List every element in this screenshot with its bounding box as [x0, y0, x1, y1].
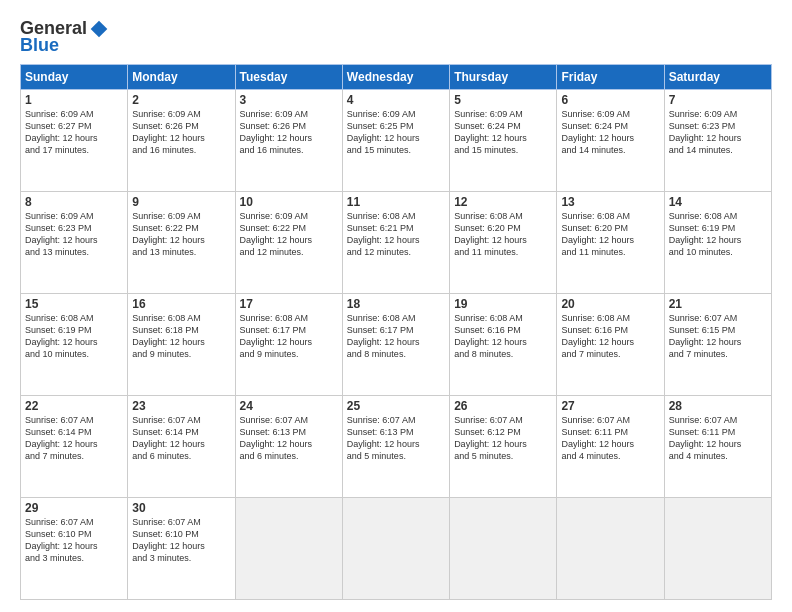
calendar-cell: 5Sunrise: 6:09 AM Sunset: 6:24 PM Daylig… — [450, 90, 557, 192]
day-number: 26 — [454, 399, 552, 413]
day-info: Sunrise: 6:08 AM Sunset: 6:18 PM Dayligh… — [132, 312, 230, 361]
calendar-table: Sunday Monday Tuesday Wednesday Thursday… — [20, 64, 772, 600]
day-info: Sunrise: 6:08 AM Sunset: 6:16 PM Dayligh… — [561, 312, 659, 361]
day-number: 19 — [454, 297, 552, 311]
calendar-week-1: 1Sunrise: 6:09 AM Sunset: 6:27 PM Daylig… — [21, 90, 772, 192]
day-number: 18 — [347, 297, 445, 311]
day-info: Sunrise: 6:07 AM Sunset: 6:10 PM Dayligh… — [25, 516, 123, 565]
day-number: 8 — [25, 195, 123, 209]
header-friday: Friday — [557, 65, 664, 90]
day-number: 4 — [347, 93, 445, 107]
calendar-cell: 3Sunrise: 6:09 AM Sunset: 6:26 PM Daylig… — [235, 90, 342, 192]
header-saturday: Saturday — [664, 65, 771, 90]
calendar-cell: 19Sunrise: 6:08 AM Sunset: 6:16 PM Dayli… — [450, 294, 557, 396]
calendar-cell — [450, 498, 557, 600]
header: General Blue — [20, 18, 772, 56]
day-number: 21 — [669, 297, 767, 311]
day-number: 13 — [561, 195, 659, 209]
calendar-cell: 27Sunrise: 6:07 AM Sunset: 6:11 PM Dayli… — [557, 396, 664, 498]
day-info: Sunrise: 6:09 AM Sunset: 6:22 PM Dayligh… — [132, 210, 230, 259]
day-number: 29 — [25, 501, 123, 515]
day-number: 3 — [240, 93, 338, 107]
svg-marker-0 — [91, 20, 108, 37]
day-info: Sunrise: 6:07 AM Sunset: 6:14 PM Dayligh… — [132, 414, 230, 463]
header-sunday: Sunday — [21, 65, 128, 90]
day-info: Sunrise: 6:08 AM Sunset: 6:20 PM Dayligh… — [561, 210, 659, 259]
logo: General Blue — [20, 18, 109, 56]
calendar-cell — [235, 498, 342, 600]
day-info: Sunrise: 6:09 AM Sunset: 6:23 PM Dayligh… — [25, 210, 123, 259]
calendar-week-5: 29Sunrise: 6:07 AM Sunset: 6:10 PM Dayli… — [21, 498, 772, 600]
calendar-cell: 14Sunrise: 6:08 AM Sunset: 6:19 PM Dayli… — [664, 192, 771, 294]
day-number: 30 — [132, 501, 230, 515]
calendar-cell: 23Sunrise: 6:07 AM Sunset: 6:14 PM Dayli… — [128, 396, 235, 498]
day-number: 14 — [669, 195, 767, 209]
day-info: Sunrise: 6:08 AM Sunset: 6:17 PM Dayligh… — [347, 312, 445, 361]
day-info: Sunrise: 6:07 AM Sunset: 6:13 PM Dayligh… — [240, 414, 338, 463]
day-number: 5 — [454, 93, 552, 107]
day-info: Sunrise: 6:07 AM Sunset: 6:11 PM Dayligh… — [669, 414, 767, 463]
calendar-cell: 6Sunrise: 6:09 AM Sunset: 6:24 PM Daylig… — [557, 90, 664, 192]
day-number: 7 — [669, 93, 767, 107]
calendar-cell: 22Sunrise: 6:07 AM Sunset: 6:14 PM Dayli… — [21, 396, 128, 498]
calendar-cell: 13Sunrise: 6:08 AM Sunset: 6:20 PM Dayli… — [557, 192, 664, 294]
calendar-cell: 4Sunrise: 6:09 AM Sunset: 6:25 PM Daylig… — [342, 90, 449, 192]
day-info: Sunrise: 6:07 AM Sunset: 6:12 PM Dayligh… — [454, 414, 552, 463]
calendar-cell: 12Sunrise: 6:08 AM Sunset: 6:20 PM Dayli… — [450, 192, 557, 294]
calendar-cell: 16Sunrise: 6:08 AM Sunset: 6:18 PM Dayli… — [128, 294, 235, 396]
calendar-cell: 28Sunrise: 6:07 AM Sunset: 6:11 PM Dayli… — [664, 396, 771, 498]
day-info: Sunrise: 6:08 AM Sunset: 6:19 PM Dayligh… — [25, 312, 123, 361]
day-info: Sunrise: 6:09 AM Sunset: 6:27 PM Dayligh… — [25, 108, 123, 157]
day-number: 22 — [25, 399, 123, 413]
calendar-cell: 29Sunrise: 6:07 AM Sunset: 6:10 PM Dayli… — [21, 498, 128, 600]
logo-icon — [89, 19, 109, 39]
calendar-week-4: 22Sunrise: 6:07 AM Sunset: 6:14 PM Dayli… — [21, 396, 772, 498]
calendar-week-2: 8Sunrise: 6:09 AM Sunset: 6:23 PM Daylig… — [21, 192, 772, 294]
day-info: Sunrise: 6:09 AM Sunset: 6:23 PM Dayligh… — [669, 108, 767, 157]
day-number: 10 — [240, 195, 338, 209]
weekday-header-row: Sunday Monday Tuesday Wednesday Thursday… — [21, 65, 772, 90]
day-number: 23 — [132, 399, 230, 413]
calendar-cell — [664, 498, 771, 600]
day-number: 1 — [25, 93, 123, 107]
header-monday: Monday — [128, 65, 235, 90]
day-number: 28 — [669, 399, 767, 413]
calendar-cell: 25Sunrise: 6:07 AM Sunset: 6:13 PM Dayli… — [342, 396, 449, 498]
day-info: Sunrise: 6:07 AM Sunset: 6:11 PM Dayligh… — [561, 414, 659, 463]
day-number: 24 — [240, 399, 338, 413]
day-number: 27 — [561, 399, 659, 413]
day-number: 15 — [25, 297, 123, 311]
calendar-week-3: 15Sunrise: 6:08 AM Sunset: 6:19 PM Dayli… — [21, 294, 772, 396]
day-info: Sunrise: 6:08 AM Sunset: 6:17 PM Dayligh… — [240, 312, 338, 361]
header-tuesday: Tuesday — [235, 65, 342, 90]
day-number: 25 — [347, 399, 445, 413]
calendar-cell: 8Sunrise: 6:09 AM Sunset: 6:23 PM Daylig… — [21, 192, 128, 294]
day-number: 16 — [132, 297, 230, 311]
calendar-cell: 18Sunrise: 6:08 AM Sunset: 6:17 PM Dayli… — [342, 294, 449, 396]
calendar-page: General Blue Sunday Monday Tuesday Wedne… — [0, 0, 792, 612]
day-info: Sunrise: 6:08 AM Sunset: 6:16 PM Dayligh… — [454, 312, 552, 361]
calendar-cell: 1Sunrise: 6:09 AM Sunset: 6:27 PM Daylig… — [21, 90, 128, 192]
day-number: 9 — [132, 195, 230, 209]
day-info: Sunrise: 6:08 AM Sunset: 6:21 PM Dayligh… — [347, 210, 445, 259]
day-info: Sunrise: 6:07 AM Sunset: 6:13 PM Dayligh… — [347, 414, 445, 463]
day-info: Sunrise: 6:09 AM Sunset: 6:25 PM Dayligh… — [347, 108, 445, 157]
calendar-cell: 26Sunrise: 6:07 AM Sunset: 6:12 PM Dayli… — [450, 396, 557, 498]
calendar-cell: 2Sunrise: 6:09 AM Sunset: 6:26 PM Daylig… — [128, 90, 235, 192]
day-number: 2 — [132, 93, 230, 107]
day-info: Sunrise: 6:09 AM Sunset: 6:24 PM Dayligh… — [454, 108, 552, 157]
day-number: 17 — [240, 297, 338, 311]
calendar-cell — [557, 498, 664, 600]
day-info: Sunrise: 6:08 AM Sunset: 6:19 PM Dayligh… — [669, 210, 767, 259]
day-info: Sunrise: 6:08 AM Sunset: 6:20 PM Dayligh… — [454, 210, 552, 259]
calendar-cell: 9Sunrise: 6:09 AM Sunset: 6:22 PM Daylig… — [128, 192, 235, 294]
day-info: Sunrise: 6:09 AM Sunset: 6:24 PM Dayligh… — [561, 108, 659, 157]
calendar-cell: 10Sunrise: 6:09 AM Sunset: 6:22 PM Dayli… — [235, 192, 342, 294]
calendar-cell: 24Sunrise: 6:07 AM Sunset: 6:13 PM Dayli… — [235, 396, 342, 498]
day-info: Sunrise: 6:09 AM Sunset: 6:22 PM Dayligh… — [240, 210, 338, 259]
calendar-cell: 11Sunrise: 6:08 AM Sunset: 6:21 PM Dayli… — [342, 192, 449, 294]
calendar-cell — [342, 498, 449, 600]
calendar-cell: 17Sunrise: 6:08 AM Sunset: 6:17 PM Dayli… — [235, 294, 342, 396]
calendar-cell: 15Sunrise: 6:08 AM Sunset: 6:19 PM Dayli… — [21, 294, 128, 396]
header-wednesday: Wednesday — [342, 65, 449, 90]
